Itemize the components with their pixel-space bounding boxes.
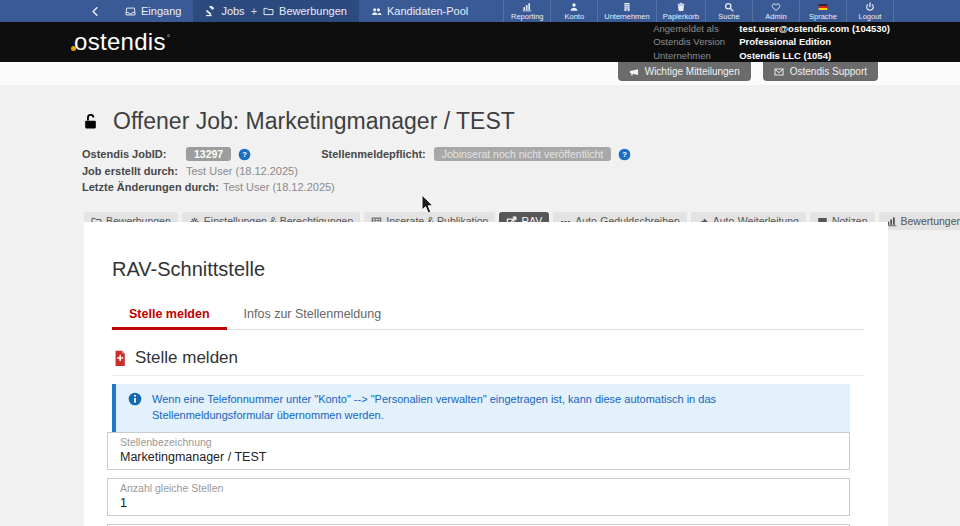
nav-jobs-bewerbungen[interactable]: Jobs + Bewerbungen (193, 0, 359, 22)
chart-icon (522, 2, 532, 12)
support-label: Ostendis Support (790, 66, 867, 77)
field-label: Anzahl gleiche Stellen (120, 482, 837, 494)
brand-bar: ostendis° Angemeldet als test.user@osten… (0, 22, 960, 62)
heart-icon (771, 2, 781, 12)
building-icon (622, 2, 632, 12)
trash-icon (676, 2, 686, 12)
created-label: Job erstellt durch: (82, 165, 186, 177)
search-icon (724, 2, 734, 12)
nav-papierkorb-label: Papierkorb (663, 12, 699, 21)
nav-right: Reporting Konto Unternehmen Papierkorb S… (503, 0, 894, 22)
gavel-icon (205, 6, 216, 17)
svg-text:?: ? (242, 150, 247, 159)
field-value: 1 (120, 496, 837, 511)
user-icon (569, 2, 579, 12)
svg-text:?: ? (622, 150, 627, 159)
nav-jobs-label: Jobs (221, 5, 244, 17)
nav-suche-label: Suche (718, 12, 739, 21)
job-title-row: Offener Job: Marketingmanager / TEST (82, 108, 960, 135)
nav-left: Eingang Jobs + Bewerbungen Kandidaten-Po… (78, 0, 480, 22)
inbox-icon (125, 6, 136, 17)
nav-kandidaten-label: Kandidaten-Pool (387, 5, 468, 17)
changed-value: Test User (18.12.2025) (223, 181, 335, 193)
page-title: Offener Job: Marketingmanager / TEST (113, 108, 515, 135)
account-value: Professional Edition (739, 35, 831, 48)
nav-papierkorb[interactable]: Papierkorb (656, 0, 705, 22)
section-title: Stelle melden (135, 348, 238, 368)
nav-konto[interactable]: Konto (550, 0, 597, 22)
nav-unternehmen-label: Unternehmen (604, 12, 649, 21)
info-box: Wenn eine Telefonnummer unter "Konto" --… (112, 384, 850, 432)
nav-admin[interactable]: Admin (752, 0, 799, 22)
field-stellenbezeichnung[interactable]: Stellenbezeichnung Marketingmanager / TE… (107, 432, 850, 470)
jobid-row: Ostendis JobID: 13297 ? Stellenmeldepfli… (82, 147, 960, 161)
nav-kandidaten-pool[interactable]: Kandidaten-Pool (359, 0, 480, 22)
meldepflicht-help-icon[interactable]: ? (618, 148, 631, 161)
tab-label: Bewertungen (901, 215, 960, 227)
nav-reporting-label: Reporting (511, 12, 544, 21)
changed-row: Letzte Änderungen durch: Test User (18.1… (82, 181, 960, 193)
info-circle-icon (128, 392, 142, 406)
rav-panel: RAV-Schnittstelle Stelle melden Infos zu… (84, 222, 888, 526)
info-text: Wenn eine Telefonnummer unter "Konto" --… (152, 392, 792, 424)
power-icon (865, 2, 875, 12)
top-navbar: Eingang Jobs + Bewerbungen Kandidaten-Po… (0, 0, 960, 22)
megaphone-icon (629, 67, 639, 77)
account-label: Unternehmen (653, 49, 739, 62)
arrow-left-icon (90, 6, 101, 17)
account-value: test.user@ostendis.com (104530) (739, 22, 890, 35)
rav-heading: RAV-Schnittstelle (112, 258, 864, 281)
account-row: Unternehmen Ostendis LLC (1054) (653, 49, 890, 62)
meldepflicht-label: Stellenmeldepflicht: (321, 148, 434, 160)
subtab-stelle-melden[interactable]: Stelle melden (112, 301, 227, 329)
nav-reporting[interactable]: Reporting (503, 0, 550, 22)
job-meta: Ostendis JobID: 13297 ? Stellenmeldepfli… (82, 147, 960, 193)
account-row: Ostendis Version Professional Edition (653, 35, 890, 48)
nav-sprache[interactable]: Sprache (799, 0, 846, 22)
stelle-melden-section-head: Stelle melden (112, 348, 864, 376)
nav-unternehmen[interactable]: Unternehmen (597, 0, 655, 22)
screen: Eingang Jobs + Bewerbungen Kandidaten-Po… (0, 0, 960, 526)
back-button[interactable] (78, 0, 113, 22)
field-value: Marketingmanager / TEST (120, 450, 837, 465)
subtab-infos-stellenmeldung[interactable]: Infos zur Stellenmeldung (227, 301, 399, 329)
account-info: Angemeldet als test.user@ostendis.com (1… (653, 22, 890, 62)
folder-icon (263, 6, 274, 17)
nav-suche[interactable]: Suche (705, 0, 752, 22)
jobid-help-icon[interactable]: ? (238, 148, 251, 161)
ostendis-support-button[interactable]: Ostendis Support (763, 62, 878, 81)
jobid-badge: 13297 (186, 147, 231, 161)
logo-text: ostendis (74, 28, 166, 55)
users-icon (371, 6, 382, 17)
ostendis-logo[interactable]: ostendis° (74, 28, 171, 56)
account-label: Ostendis Version (653, 35, 739, 48)
file-plus-icon (112, 350, 128, 366)
field-label: Stellenbezeichnung (120, 436, 837, 448)
nav-eingang[interactable]: Eingang (113, 0, 193, 22)
account-value: Ostendis LLC (1054) (739, 49, 831, 62)
meldepflicht-badge: Jobinserat noch nicht veröffentlicht (434, 147, 611, 161)
nav-bewerbungen-label: Bewerbungen (279, 5, 347, 17)
envelope-icon (774, 67, 784, 77)
tab-bewertungen[interactable]: Bewertungen (879, 212, 960, 230)
nav-sprache-label: Sprache (809, 12, 837, 21)
nav-konto-label: Konto (564, 12, 584, 21)
tool-strip: Wichtige Mitteilungen Ostendis Support (0, 62, 960, 85)
rav-subtabs: Stelle melden Infos zur Stellenmeldung (112, 301, 864, 330)
field-anzahl-gleiche-stellen[interactable]: Anzahl gleiche Stellen 1 (107, 478, 850, 516)
nav-plus-label: + (251, 5, 257, 17)
account-row: Angemeldet als test.user@ostendis.com (1… (653, 22, 890, 35)
german-flag-icon (818, 2, 828, 12)
wichtige-mitteilungen-button[interactable]: Wichtige Mitteilungen (618, 62, 751, 81)
open-lock-icon (82, 113, 99, 130)
created-value: Test User (18.12.2025) (186, 165, 298, 177)
changed-label: Letzte Änderungen durch: (82, 181, 223, 193)
nav-admin-label: Admin (765, 12, 786, 21)
nav-eingang-label: Eingang (141, 5, 181, 17)
jobid-label: Ostendis JobID: (82, 148, 186, 160)
created-row: Job erstellt durch: Test User (18.12.202… (82, 165, 960, 177)
mitteilungen-label: Wichtige Mitteilungen (645, 66, 740, 77)
nav-logout-label: Logout (859, 12, 882, 21)
account-label: Angemeldet als (653, 22, 739, 35)
nav-logout[interactable]: Logout (846, 0, 894, 22)
